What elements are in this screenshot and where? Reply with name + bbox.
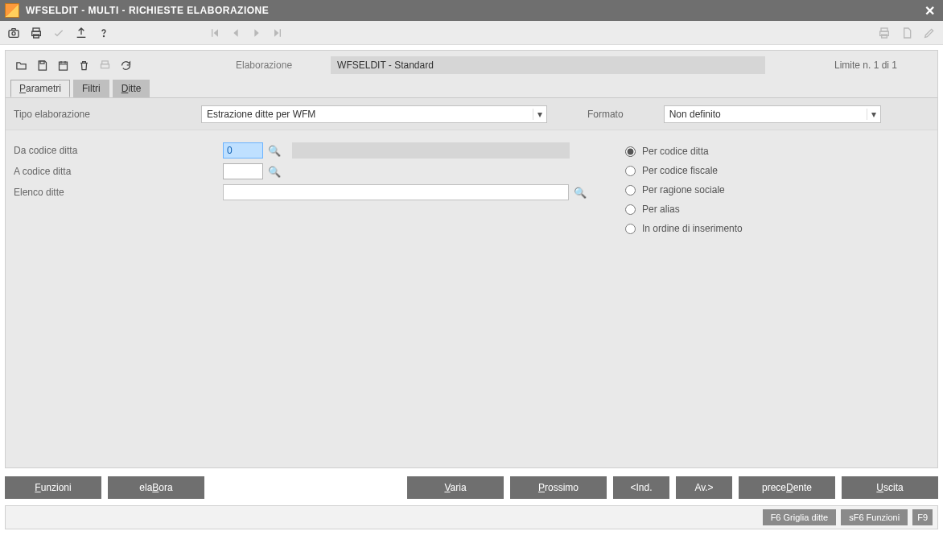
tab-filtri[interactable]: Filtri (73, 80, 109, 97)
a-codice-input[interactable] (223, 163, 263, 179)
sf6-funzioni-button[interactable]: sF6 Funzioni (841, 509, 908, 525)
header-strip: Elaborazione WFSELDIT - Standard Limite … (6, 51, 937, 80)
elabora-button[interactable]: elaBora (108, 476, 204, 499)
uscita-button[interactable]: Uscita (842, 476, 938, 499)
tipo-combo[interactable]: ▾ (201, 105, 547, 123)
svg-point-1 (12, 31, 15, 35)
prossimo-button[interactable]: Prossimo (510, 476, 607, 499)
svg-point-5 (103, 35, 104, 36)
svg-rect-10 (59, 62, 67, 70)
av-button[interactable]: Av.> (676, 476, 732, 499)
calendar-icon[interactable] (56, 58, 70, 72)
print-icon[interactable] (29, 26, 43, 40)
radio-ragione-sociale[interactable]: Per ragione sociale (625, 180, 929, 200)
caret-down-icon[interactable]: ▾ (533, 109, 546, 120)
app-logo-icon (5, 3, 19, 18)
radio-codice-fiscale[interactable]: Per codice fiscale (625, 161, 929, 180)
trash-icon[interactable] (76, 58, 91, 72)
elenco-label: Elenco ditte (14, 187, 223, 198)
window-title: WFSELDIT - MULTI - RICHIESTE ELABORAZION… (26, 5, 921, 16)
tabs: Parametri Filtri Ditte (6, 80, 937, 97)
help-icon[interactable] (97, 26, 111, 40)
precedente-button[interactable]: preceDente (739, 476, 835, 499)
document-icon (900, 26, 914, 40)
f6-griglia-button[interactable]: F6 Griglia ditte (763, 509, 837, 525)
save-icon[interactable] (35, 58, 49, 72)
elaborazione-value: WFSELDIT - Standard (331, 56, 765, 74)
a-codice-label: A codice ditta (14, 166, 223, 177)
da-codice-desc (292, 142, 570, 159)
status-bar: F6 Griglia ditte sF6 Funzioni F9 (5, 505, 938, 529)
folder-icon[interactable] (14, 58, 28, 72)
tab-parametri[interactable]: Parametri (10, 80, 70, 97)
tab-ditte[interactable]: Ditte (113, 80, 150, 97)
svg-rect-12 (101, 64, 109, 68)
refresh-icon[interactable] (118, 58, 133, 72)
radio-codice-ditta[interactable]: Per codice ditta (625, 142, 929, 161)
funzioni-button[interactable]: Funzioni (5, 476, 101, 499)
tab-body: Tipo elaborazione ▾ Formato ▾ Da codice … (6, 97, 937, 467)
main-panel: Elaborazione WFSELDIT - Standard Limite … (5, 50, 938, 468)
prev-icon (229, 26, 243, 40)
close-icon[interactable]: ✕ (921, 3, 938, 19)
formato-input[interactable] (665, 109, 867, 120)
tipo-label: Tipo elaborazione (14, 109, 90, 120)
radio-ordine-inserimento[interactable]: In ordine di inserimento (625, 219, 929, 238)
elaborazione-label: Elaborazione (236, 60, 292, 71)
next-icon (249, 26, 264, 40)
da-codice-input[interactable] (223, 142, 263, 159)
toolbar (0, 21, 943, 45)
last-icon (270, 26, 285, 40)
sort-radios: Per codice ditta Per codice fiscale Per … (625, 140, 929, 238)
da-codice-label: Da codice ditta (14, 145, 223, 156)
top-row: Tipo elaborazione ▾ Formato ▾ (6, 98, 937, 130)
f9-button[interactable]: F9 (912, 509, 933, 525)
check-icon (51, 26, 66, 40)
limit-text: Limite n. 1 di 1 (834, 60, 897, 71)
varia-button[interactable]: Varia (407, 476, 504, 499)
print3-icon (97, 58, 112, 72)
print2-icon (877, 26, 892, 40)
lookup-icon[interactable]: 🔍 (268, 145, 281, 157)
svg-rect-0 (9, 30, 19, 37)
elenco-input[interactable] (223, 184, 569, 200)
svg-rect-9 (40, 60, 44, 63)
lookup-icon[interactable]: 🔍 (574, 187, 587, 199)
camera-icon[interactable] (6, 26, 21, 40)
lookup-icon[interactable]: 🔍 (268, 166, 281, 178)
formato-combo[interactable]: ▾ (664, 105, 881, 123)
tipo-input[interactable] (202, 109, 533, 120)
first-icon (208, 26, 222, 40)
caret-down-icon[interactable]: ▾ (867, 109, 880, 120)
upload-icon[interactable] (74, 26, 89, 40)
formato-label: Formato (587, 109, 624, 120)
radio-alias[interactable]: Per alias (625, 200, 929, 219)
button-bar: Funzioni elaBora Varia Prossimo <Ind. Av… (0, 468, 943, 505)
ind-button[interactable]: <Ind. (613, 476, 669, 499)
edit-icon (922, 26, 937, 40)
titlebar: WFSELDIT - MULTI - RICHIESTE ELABORAZION… (0, 0, 943, 21)
